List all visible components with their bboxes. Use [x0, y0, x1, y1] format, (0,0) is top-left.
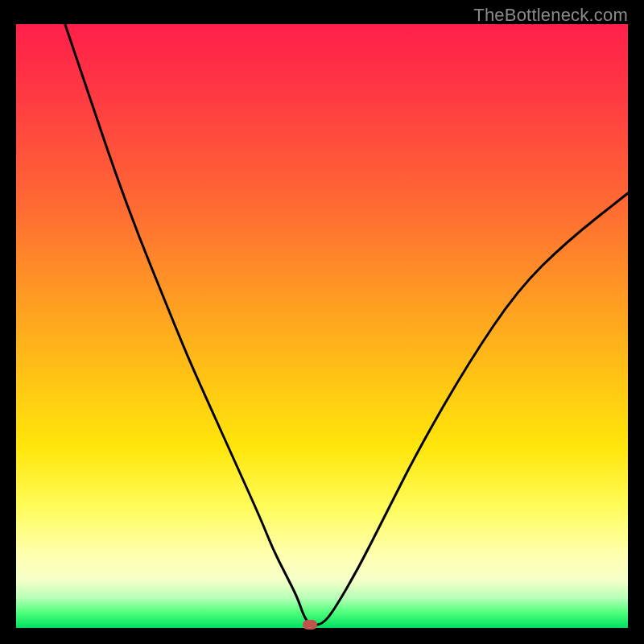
plot-area	[16, 24, 628, 628]
bottleneck-curve	[16, 24, 628, 628]
chart-frame: TheBottleneck.com	[0, 0, 644, 644]
minimum-marker	[303, 620, 317, 630]
watermark-text: TheBottleneck.com	[473, 5, 628, 26]
